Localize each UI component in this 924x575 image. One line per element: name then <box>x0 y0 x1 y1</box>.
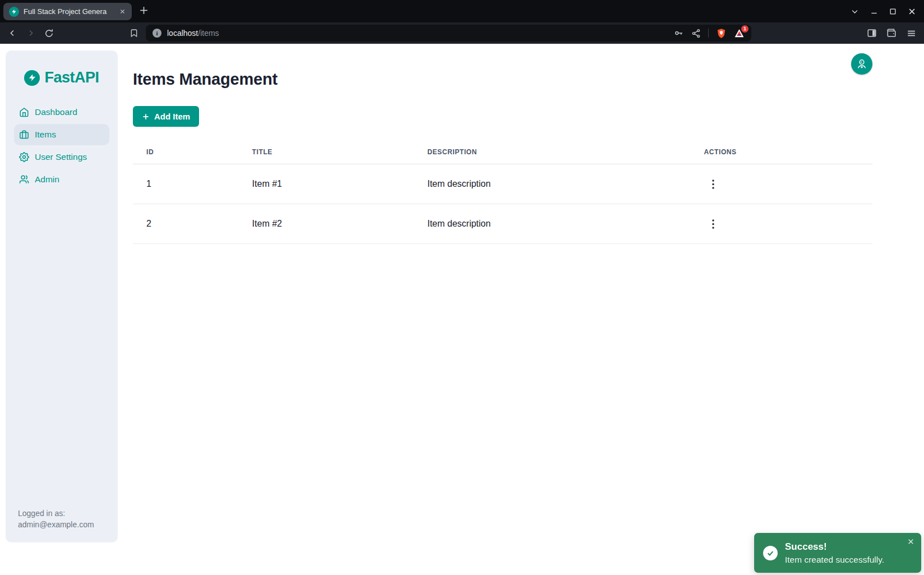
column-header-title: TITLE <box>239 144 414 164</box>
sidebar-item-label: Dashboard <box>35 107 77 117</box>
share-icon[interactable] <box>691 29 701 38</box>
sidebar-nav: Dashboard Items User Settings Admin <box>6 102 118 190</box>
bookmark-icon[interactable] <box>130 29 138 38</box>
sidebar-item-label: Items <box>35 130 56 140</box>
cell-title: Item #2 <box>239 204 414 244</box>
window-close-button[interactable] <box>908 7 916 16</box>
user-menu-button[interactable] <box>851 53 872 75</box>
window-maximize-button[interactable] <box>889 8 897 15</box>
cell-description: Item description <box>414 164 690 204</box>
main-panel: Items Management Add Item ID TITLE DESCR… <box>118 44 924 575</box>
sidebar-item-admin[interactable]: Admin <box>14 169 109 190</box>
window-minimize-button[interactable] <box>870 7 878 15</box>
forward-button[interactable] <box>26 28 36 38</box>
logged-in-label: Logged in as: <box>18 508 109 519</box>
url-text: localhost/items <box>167 29 219 38</box>
table-row: 2 Item #2 Item description <box>133 204 872 244</box>
brave-rewards-icon[interactable]: 1 <box>734 28 745 39</box>
logged-in-footer: Logged in as: admin@example.com <box>6 508 118 542</box>
rewards-badge: 1 <box>741 25 749 33</box>
divider <box>708 29 709 38</box>
cell-actions <box>691 164 873 204</box>
sidebar-item-items[interactable]: Items <box>14 124 109 145</box>
logo-text: FastAPI <box>44 69 99 86</box>
browser-toolbar: i localhost/items 1 <box>0 22 924 44</box>
sidebar-item-dashboard[interactable]: Dashboard <box>14 102 109 123</box>
toast-message: Item created successfully. <box>785 555 884 565</box>
column-header-id: ID <box>133 144 239 164</box>
home-icon <box>19 107 29 117</box>
user-astronaut-icon <box>856 58 867 70</box>
browser-tab[interactable]: Full Stack Project Genera <box>3 3 132 20</box>
check-circle-icon <box>763 546 778 560</box>
fastapi-bolt-icon <box>24 70 40 86</box>
site-info-icon[interactable]: i <box>153 29 161 38</box>
sidebar-item-label: User Settings <box>35 152 87 162</box>
new-tab-button[interactable] <box>138 5 149 16</box>
menu-hamburger-icon[interactable] <box>906 28 917 39</box>
app-content: FastAPI Dashboard Items User Settings <box>0 44 924 575</box>
tab-title: Full Stack Project Genera <box>24 7 114 16</box>
cell-title: Item #1 <box>239 164 414 204</box>
gear-icon <box>19 152 29 162</box>
column-header-description: DESCRIPTION <box>414 144 690 164</box>
briefcase-icon <box>19 130 29 140</box>
logged-in-email: admin@example.com <box>18 519 109 530</box>
tab-close-icon[interactable] <box>118 7 127 16</box>
cell-id: 1 <box>133 164 239 204</box>
password-key-icon[interactable] <box>674 28 684 38</box>
sidebar-panel-icon[interactable] <box>867 28 877 38</box>
toast-title: Success! <box>785 541 884 553</box>
cell-description: Item description <box>414 204 690 244</box>
sidebar: FastAPI Dashboard Items User Settings <box>6 50 118 542</box>
fastapi-logo: FastAPI <box>6 69 118 86</box>
items-table: ID TITLE DESCRIPTION ACTIONS 1 Item #1 I… <box>133 144 872 244</box>
plus-icon <box>142 113 150 121</box>
address-bar[interactable]: i localhost/items 1 <box>146 25 751 42</box>
page-title: Items Management <box>133 70 872 89</box>
toast-close-icon[interactable] <box>906 537 916 546</box>
fastapi-favicon-icon <box>9 7 19 17</box>
browser-tab-strip: Full Stack Project Genera <box>0 0 924 22</box>
add-item-button[interactable]: Add Item <box>133 106 199 127</box>
sidebar-item-label: Admin <box>35 174 59 185</box>
back-button[interactable] <box>7 28 17 38</box>
table-header-row: ID TITLE DESCRIPTION ACTIONS <box>133 144 872 164</box>
cell-actions <box>691 204 873 244</box>
table-row: 1 Item #1 Item description <box>133 164 872 204</box>
column-header-actions: ACTIONS <box>691 144 873 164</box>
row-actions-kebab-icon[interactable] <box>708 217 719 231</box>
reload-button[interactable] <box>44 29 54 38</box>
users-icon <box>19 174 29 185</box>
row-actions-kebab-icon[interactable] <box>708 177 719 191</box>
sidebar-item-user-settings[interactable]: User Settings <box>14 146 109 168</box>
brave-shield-icon[interactable] <box>716 28 727 39</box>
wallet-icon[interactable] <box>886 28 897 38</box>
tab-search-chevron-icon[interactable] <box>851 7 859 16</box>
cell-id: 2 <box>133 204 239 244</box>
success-toast: Success! Item created successfully. <box>754 533 921 573</box>
